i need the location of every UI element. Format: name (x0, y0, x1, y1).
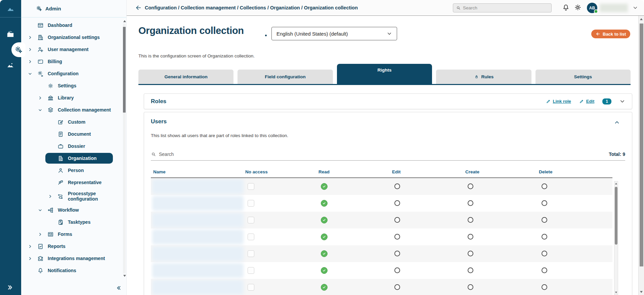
sidebar-item-settings[interactable]: Settings (21, 80, 122, 92)
no-access-checkbox[interactable] (248, 200, 254, 207)
chevron-right-icon[interactable] (48, 194, 57, 199)
back-to-list-button[interactable]: Back to list (591, 30, 630, 38)
create-radio[interactable] (468, 183, 473, 189)
sidebar-item-custom[interactable]: Custom (21, 116, 122, 128)
delete-radio[interactable] (542, 284, 547, 290)
delete-radio[interactable] (542, 251, 547, 256)
notifications-bell-icon[interactable] (562, 4, 570, 13)
sidebar-item-workflow[interactable]: Workflow (21, 204, 122, 216)
no-access-checkbox[interactable] (248, 267, 254, 274)
no-access-checkbox[interactable] (248, 217, 254, 223)
tab-rights[interactable]: Rights (337, 64, 432, 84)
expand-roles-chevron-icon[interactable] (619, 98, 625, 104)
no-access-checkbox[interactable] (248, 284, 254, 291)
read-granted-icon[interactable] (321, 183, 328, 190)
global-search-input[interactable] (463, 5, 540, 10)
no-access-checkbox[interactable] (248, 183, 254, 190)
read-granted-icon[interactable] (321, 250, 328, 257)
sidebar-scroll-up-arrow[interactable] (123, 20, 126, 22)
edit-radio[interactable] (394, 234, 400, 240)
sidebar-item-notifications[interactable]: Notifications (21, 264, 122, 277)
language-select[interactable]: English (United States) (default) (271, 27, 397, 40)
tab-settings[interactable]: Settings (535, 70, 631, 84)
collapse-sidebar-icon[interactable] (116, 285, 122, 292)
chevron-down-icon[interactable] (38, 108, 47, 112)
sidebar-item-collection-management[interactable]: Collection management (21, 104, 122, 116)
table-scrollbar-thumb[interactable] (615, 187, 617, 245)
sidebar-item-tasktypes[interactable]: Tasktypes (21, 216, 122, 228)
edit-radio[interactable] (394, 251, 400, 256)
chevron-right-icon[interactable] (28, 59, 37, 64)
edit-radio[interactable] (394, 217, 400, 223)
link-role-button[interactable]: Link role (546, 99, 571, 104)
create-radio[interactable] (468, 251, 473, 256)
tab-rules[interactable]: Rules (436, 70, 531, 84)
sidebar-item-user-management[interactable]: User management (21, 43, 122, 55)
edit-radio[interactable] (394, 267, 400, 273)
collapse-users-chevron-icon[interactable] (614, 120, 620, 127)
create-radio[interactable] (468, 200, 473, 206)
sidebar-item-reports[interactable]: Reports (21, 240, 122, 252)
table-scroll-up-arrow[interactable] (615, 183, 617, 184)
users-search-input[interactable] (159, 152, 606, 157)
tab-field-configuration[interactable]: Field configuration (238, 70, 333, 84)
sidebar-scroll-down-arrow[interactable] (123, 275, 126, 277)
global-search-box[interactable] (453, 3, 552, 12)
read-granted-icon[interactable] (321, 217, 328, 223)
sidebar-item-integrations-management[interactable]: Integrations management (21, 252, 122, 264)
read-granted-icon[interactable] (321, 284, 328, 291)
chevron-right-icon[interactable] (28, 244, 37, 249)
edit-radio[interactable] (394, 200, 400, 206)
media-folder-icon[interactable] (6, 30, 15, 40)
chevron-right-icon[interactable] (38, 232, 47, 237)
sidebar-item-forms[interactable]: Forms (21, 228, 122, 240)
sidebar-item-representative[interactable]: Representative (21, 176, 122, 188)
delete-radio[interactable] (542, 217, 547, 223)
sidebar-item-billing[interactable]: Billing (21, 55, 122, 68)
read-granted-icon[interactable] (321, 200, 328, 207)
edit-radio[interactable] (394, 284, 400, 290)
sidebar-item-organizational-settings[interactable]: Organizational settings (21, 31, 122, 43)
create-radio[interactable] (468, 267, 473, 273)
sidebar-item-dashboard[interactable]: Dashboard (21, 19, 122, 31)
sidebar-item-person[interactable]: Person (21, 164, 122, 176)
sidebar-item-processtype-configuration[interactable]: Processtype configuration (21, 188, 122, 204)
admin-section-active-icon[interactable] (11, 42, 26, 57)
sidebar-item-library[interactable]: Library (21, 92, 122, 104)
delete-radio[interactable] (542, 183, 547, 189)
window-scroll-down-arrow[interactable] (640, 291, 643, 293)
delete-radio[interactable] (542, 267, 547, 273)
window-scroll-up-arrow[interactable] (640, 18, 643, 20)
chevron-right-icon[interactable] (38, 96, 47, 100)
create-radio[interactable] (468, 217, 473, 223)
delete-radio[interactable] (542, 200, 547, 206)
read-granted-icon[interactable] (321, 234, 328, 240)
breadcrumb[interactable]: Configuration / Collection management / … (145, 0, 358, 15)
sidebar-item-document[interactable]: Document (21, 128, 122, 140)
window-scrollbar-thumb[interactable] (640, 24, 643, 266)
sidebar-item-configuration[interactable]: Configuration (21, 68, 122, 80)
table-scroll-down-arrow[interactable] (615, 292, 617, 293)
chevron-down-icon[interactable] (28, 72, 37, 76)
brand-logo-icon[interactable] (6, 5, 15, 15)
chevron-right-icon[interactable] (28, 35, 37, 40)
sidebar-item-organization[interactable]: Organization (21, 152, 122, 164)
tab-general-information[interactable]: General information (138, 70, 233, 84)
chevron-down-icon[interactable] (38, 208, 47, 212)
no-access-checkbox[interactable] (248, 250, 254, 257)
sidebar-item-dossier[interactable]: Dossier (21, 140, 122, 152)
mountain-app-icon[interactable] (6, 61, 15, 71)
sidebar-scrollbar-thumb[interactable] (123, 27, 126, 113)
create-radio[interactable] (468, 284, 473, 290)
user-menu-chevron-icon[interactable] (633, 5, 638, 12)
edit-radio[interactable] (394, 183, 400, 189)
expand-rail-icon[interactable] (7, 284, 14, 292)
chevron-right-icon[interactable] (28, 256, 37, 261)
chevron-right-icon[interactable] (28, 47, 37, 52)
no-access-checkbox[interactable] (248, 234, 254, 240)
settings-gear-icon[interactable] (574, 3, 582, 13)
create-radio[interactable] (468, 234, 473, 240)
back-arrow-icon[interactable] (135, 4, 142, 12)
edit-roles-button[interactable]: Edit (579, 99, 595, 104)
read-granted-icon[interactable] (321, 267, 328, 274)
